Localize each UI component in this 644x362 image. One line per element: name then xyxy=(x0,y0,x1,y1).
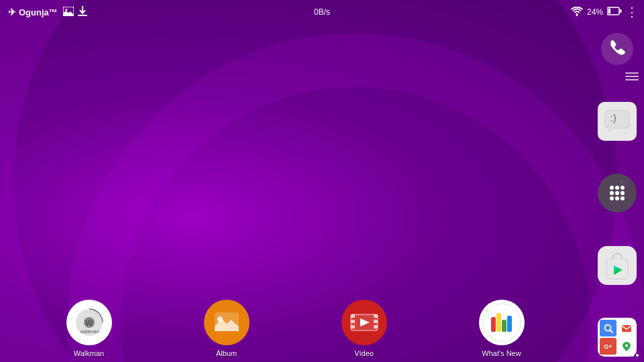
download-icon xyxy=(78,6,87,19)
gmail-cell xyxy=(618,320,635,337)
app-drawer-button[interactable] xyxy=(598,174,637,213)
svg-rect-42 xyxy=(502,320,506,332)
dot-3 xyxy=(636,354,639,357)
whats-new-label: What's New xyxy=(482,349,521,357)
status-bar: ✈ Ogunja™ 0B/s xyxy=(0,0,644,24)
image-icon xyxy=(63,7,74,18)
app-name-text: Ogunja™ xyxy=(19,7,58,17)
messaging-app-button[interactable]: :) xyxy=(598,102,637,141)
whats-new-icon xyxy=(479,300,525,345)
svg-rect-6 xyxy=(601,33,633,65)
svg-rect-40 xyxy=(491,317,496,332)
svg-point-1 xyxy=(65,9,67,11)
svg-rect-33 xyxy=(351,314,355,318)
dot-1 xyxy=(627,354,629,357)
svg-rect-36 xyxy=(374,314,378,318)
svg-point-9 xyxy=(610,186,614,190)
network-speed: 0B/s xyxy=(314,7,330,17)
svg-rect-35 xyxy=(351,325,355,328)
video-icon xyxy=(341,300,387,345)
svg-point-13 xyxy=(615,191,619,195)
svg-line-20 xyxy=(610,330,612,333)
svg-point-10 xyxy=(615,186,619,190)
svg-rect-38 xyxy=(374,325,378,328)
svg-text::): :) xyxy=(610,113,616,123)
svg-rect-41 xyxy=(496,313,501,332)
status-icons xyxy=(63,6,87,19)
walkman-app-button[interactable]: W walkman Walkman xyxy=(66,300,112,357)
phone-icon xyxy=(598,29,637,68)
google-plus-cell: G+ xyxy=(600,338,616,355)
album-icon xyxy=(204,300,250,345)
play-store-button[interactable] xyxy=(598,246,637,285)
google-apps-cluster-button[interactable]: G+ xyxy=(598,318,637,357)
google-search-cell xyxy=(600,320,616,337)
messaging-icon: :) xyxy=(598,102,637,141)
app-name: ✈ Ogunja™ xyxy=(8,7,58,17)
album-label: Álbum xyxy=(216,349,237,357)
video-app-button[interactable]: Vídeo xyxy=(341,300,387,357)
svg-point-16 xyxy=(615,196,619,200)
svg-point-22 xyxy=(625,344,628,347)
album-app-button[interactable]: Álbum xyxy=(204,300,250,357)
svg-rect-37 xyxy=(374,320,378,323)
svg-point-17 xyxy=(621,196,625,200)
app-drawer-icon xyxy=(598,174,637,213)
google-maps-cell xyxy=(618,338,635,355)
walkman-label: Walkman xyxy=(74,349,104,357)
svg-rect-43 xyxy=(507,316,512,332)
svg-rect-21 xyxy=(622,325,631,332)
svg-point-12 xyxy=(610,191,614,195)
svg-rect-7 xyxy=(605,111,629,128)
video-label: Vídeo xyxy=(354,349,374,357)
wifi-icon xyxy=(571,7,583,18)
svg-point-15 xyxy=(610,196,614,200)
bottom-overflow-button[interactable] xyxy=(627,354,639,357)
bottom-dock: W walkman Walkman Álbum xyxy=(0,295,590,362)
svg-rect-34 xyxy=(351,320,355,323)
right-dock: :) xyxy=(590,0,644,362)
svg-text:W: W xyxy=(85,318,93,328)
svg-point-14 xyxy=(621,191,625,195)
walkman-icon: W walkman xyxy=(66,300,112,345)
play-store-icon xyxy=(598,246,637,285)
dot-2 xyxy=(631,354,634,357)
status-left: ✈ Ogunja™ xyxy=(8,6,87,19)
airplane-icon: ✈ xyxy=(8,7,16,17)
phone-app-button[interactable] xyxy=(598,29,637,68)
svg-point-11 xyxy=(621,186,625,190)
google-cluster-icon: G+ xyxy=(598,318,637,357)
svg-text:walkman: walkman xyxy=(80,329,99,334)
svg-rect-2 xyxy=(78,15,87,16)
whats-new-app-button[interactable]: What's New xyxy=(479,300,525,357)
